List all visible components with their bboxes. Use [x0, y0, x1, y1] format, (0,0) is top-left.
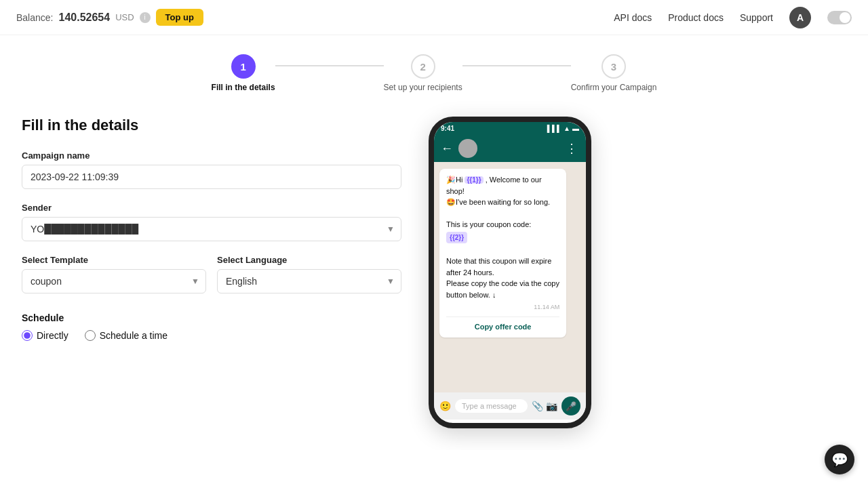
support-link[interactable]: Support	[740, 12, 773, 23]
step-1: 1 Fill in the details	[212, 54, 275, 92]
stepper: 1 Fill in the details 2 Set up your reci…	[0, 35, 868, 106]
copy-offer-code-button[interactable]: Copy offer code	[446, 321, 559, 333]
sender-field: Sender YO██████████████ ▼	[22, 203, 401, 241]
placeholder-tag-1: {{1}}	[465, 176, 483, 184]
step-2: 2 Set up your recipients	[384, 54, 462, 92]
wa-chat-body: 🎉Hi {{1}} , Welcome to our shop! 🤩I've b…	[434, 162, 586, 392]
language-select[interactable]: English	[217, 269, 401, 293]
template-select[interactable]: coupon	[22, 269, 206, 293]
message-waiting: I've been waiting for so long.	[456, 198, 550, 206]
message-instructions: Please copy the code via the copy button…	[446, 279, 559, 299]
sender-select-wrapper: YO██████████████ ▼	[22, 217, 401, 241]
template-label: Select Template	[22, 255, 206, 265]
phone-status-bar: 9:41 ▌▌▌ ▲ ▬	[434, 122, 586, 135]
campaign-name-input[interactable]	[22, 165, 401, 189]
wa-header: ← ⋮	[434, 135, 586, 162]
template-select-wrapper: coupon ▼	[22, 269, 206, 293]
battery-icon: ▬	[572, 125, 579, 132]
attach-icons: 📎 📷	[532, 401, 557, 411]
language-field: Select Language English ▼	[217, 255, 401, 293]
directly-radio-item[interactable]: Directly	[22, 330, 68, 341]
step-3-number: 3	[611, 61, 616, 73]
step-2-circle: 2	[411, 54, 435, 79]
step-line-1	[275, 65, 384, 66]
contact-avatar	[458, 139, 477, 158]
product-docs-link[interactable]: Product docs	[668, 12, 724, 23]
message-emoji2: 🤩	[446, 198, 456, 206]
wifi-icon: ▲	[564, 125, 570, 132]
balance-label: Balance:	[16, 12, 53, 23]
schedule-label: Schedule	[22, 312, 401, 323]
step-1-circle: 1	[231, 54, 256, 79]
theme-toggle[interactable]	[827, 11, 852, 24]
step-3-circle: 3	[601, 54, 626, 79]
balance-amount: 140.52654	[58, 12, 110, 24]
paperclip-icon[interactable]: 📎	[532, 401, 543, 411]
step-1-label: Fill in the details	[212, 83, 275, 92]
directly-radio[interactable]	[22, 330, 33, 341]
sender-label: Sender	[22, 203, 401, 213]
campaign-name-label: Campaign name	[22, 150, 401, 161]
step-3-label: Confirm your Campaign	[571, 83, 657, 92]
schedule-section: Schedule Directly Schedule a time	[22, 312, 401, 341]
step-line-2	[462, 65, 571, 66]
template-field: Select Template coupon ▼	[22, 255, 206, 293]
emoji-icon[interactable]: 🙂	[439, 401, 451, 411]
schedule-time-label: Schedule a time	[100, 330, 167, 341]
api-docs-link[interactable]: API docs	[614, 12, 652, 23]
form-section: Fill in the details Campaign name Sender…	[22, 117, 401, 428]
main-content: Fill in the details Campaign name Sender…	[0, 106, 868, 450]
campaign-name-field: Campaign name	[22, 150, 401, 189]
back-icon[interactable]: ←	[441, 142, 453, 156]
bubble-divider	[446, 317, 559, 317]
camera-icon[interactable]: 📷	[546, 401, 557, 411]
phone-preview: 9:41 ▌▌▌ ▲ ▬ ← ⋮ 🎉Hi {{1}} , Welcome to …	[429, 117, 591, 428]
input-placeholder: Type a message	[462, 402, 517, 410]
wa-message-input[interactable]: Type a message	[455, 399, 528, 413]
topup-button[interactable]: Top up	[156, 9, 203, 26]
message-emoji1: 🎉	[446, 176, 456, 184]
phone-time: 9:41	[441, 125, 454, 132]
schedule-time-radio[interactable]	[85, 330, 96, 341]
currency-label: USD	[115, 12, 134, 22]
template-language-row: Select Template coupon ▼ Select Language…	[22, 255, 401, 307]
signal-icon: ▌▌▌	[547, 125, 561, 132]
wa-input-bar: 🙂 Type a message 📎 📷 🎤	[434, 392, 586, 420]
message-hi: Hi	[456, 176, 462, 184]
placeholder-tag-2: {{2}}	[446, 232, 467, 243]
step-3: 3 Confirm your Campaign	[571, 54, 657, 92]
topbar: Balance: 140.52654 USD i Top up API docs…	[0, 0, 868, 35]
mic-button[interactable]: 🎤	[561, 396, 580, 415]
step-2-label: Set up your recipients	[384, 83, 462, 92]
phone-status-icons: ▌▌▌ ▲ ▬	[547, 125, 579, 132]
phone-preview-wrapper: 9:41 ▌▌▌ ▲ ▬ ← ⋮ 🎉Hi {{1}} , Welcome to …	[429, 117, 591, 428]
schedule-radio-group: Directly Schedule a time	[22, 330, 401, 341]
step-2-number: 2	[420, 61, 425, 73]
section-title: Fill in the details	[22, 117, 401, 134]
more-options-icon[interactable]: ⋮	[566, 141, 579, 156]
language-label: Select Language	[217, 255, 401, 265]
sender-select[interactable]: YO██████████████	[22, 217, 401, 241]
nav-section: API docs Product docs Support A	[614, 7, 852, 28]
schedule-time-radio-item[interactable]: Schedule a time	[85, 330, 167, 341]
step-1-number: 1	[240, 61, 245, 73]
message-timestamp: 11.14 AM	[446, 303, 559, 312]
info-icon[interactable]: i	[140, 12, 151, 23]
language-select-wrapper: English ▼	[217, 269, 401, 293]
avatar[interactable]: A	[789, 7, 811, 28]
directly-label: Directly	[37, 330, 68, 341]
wa-message-bubble: 🎉Hi {{1}} , Welcome to our shop! 🤩I've b…	[439, 169, 566, 338]
balance-section: Balance: 140.52654 USD i Top up	[16, 9, 203, 26]
message-note: Note that this coupon will expire after …	[446, 257, 551, 277]
message-coupon-label: This is your coupon code:	[446, 220, 531, 228]
